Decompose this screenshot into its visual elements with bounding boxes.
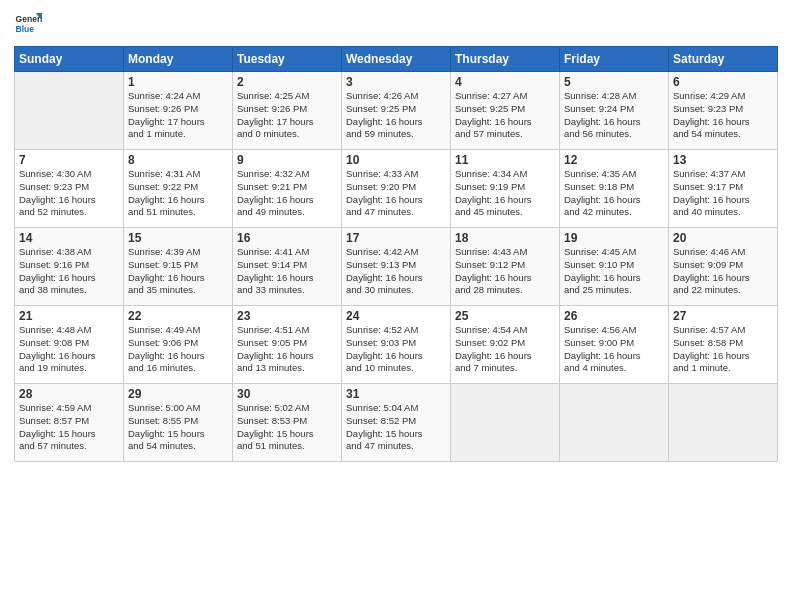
day-info: Sunrise: 4:51 AMSunset: 9:05 PMDaylight:…: [237, 324, 337, 375]
calendar-cell: 1Sunrise: 4:24 AMSunset: 9:26 PMDaylight…: [124, 72, 233, 150]
day-info: Sunrise: 4:31 AMSunset: 9:22 PMDaylight:…: [128, 168, 228, 219]
day-number: 26: [564, 309, 664, 323]
calendar-table: SundayMondayTuesdayWednesdayThursdayFrid…: [14, 46, 778, 462]
calendar-cell: 27Sunrise: 4:57 AMSunset: 8:58 PMDayligh…: [669, 306, 778, 384]
day-number: 6: [673, 75, 773, 89]
calendar-cell: 20Sunrise: 4:46 AMSunset: 9:09 PMDayligh…: [669, 228, 778, 306]
calendar-page: General Blue SundayMondayTuesdayWednesda…: [0, 0, 792, 612]
day-number: 2: [237, 75, 337, 89]
calendar-cell: 9Sunrise: 4:32 AMSunset: 9:21 PMDaylight…: [233, 150, 342, 228]
day-info: Sunrise: 5:04 AMSunset: 8:52 PMDaylight:…: [346, 402, 446, 453]
day-number: 20: [673, 231, 773, 245]
day-number: 9: [237, 153, 337, 167]
calendar-cell: 12Sunrise: 4:35 AMSunset: 9:18 PMDayligh…: [560, 150, 669, 228]
day-number: 13: [673, 153, 773, 167]
day-info: Sunrise: 5:00 AMSunset: 8:55 PMDaylight:…: [128, 402, 228, 453]
day-info: Sunrise: 4:32 AMSunset: 9:21 PMDaylight:…: [237, 168, 337, 219]
calendar-cell: 21Sunrise: 4:48 AMSunset: 9:08 PMDayligh…: [15, 306, 124, 384]
day-number: 4: [455, 75, 555, 89]
calendar-cell: [669, 384, 778, 462]
weekday-header-sunday: Sunday: [15, 47, 124, 72]
day-info: Sunrise: 4:57 AMSunset: 8:58 PMDaylight:…: [673, 324, 773, 375]
weekday-header-monday: Monday: [124, 47, 233, 72]
day-number: 3: [346, 75, 446, 89]
weekday-header-friday: Friday: [560, 47, 669, 72]
svg-text:Blue: Blue: [16, 24, 35, 34]
day-info: Sunrise: 4:43 AMSunset: 9:12 PMDaylight:…: [455, 246, 555, 297]
day-info: Sunrise: 4:27 AMSunset: 9:25 PMDaylight:…: [455, 90, 555, 141]
calendar-cell: 13Sunrise: 4:37 AMSunset: 9:17 PMDayligh…: [669, 150, 778, 228]
calendar-cell: 31Sunrise: 5:04 AMSunset: 8:52 PMDayligh…: [342, 384, 451, 462]
week-row-5: 28Sunrise: 4:59 AMSunset: 8:57 PMDayligh…: [15, 384, 778, 462]
calendar-cell: 26Sunrise: 4:56 AMSunset: 9:00 PMDayligh…: [560, 306, 669, 384]
day-info: Sunrise: 4:59 AMSunset: 8:57 PMDaylight:…: [19, 402, 119, 453]
day-info: Sunrise: 4:29 AMSunset: 9:23 PMDaylight:…: [673, 90, 773, 141]
calendar-cell: 16Sunrise: 4:41 AMSunset: 9:14 PMDayligh…: [233, 228, 342, 306]
calendar-cell: 2Sunrise: 4:25 AMSunset: 9:26 PMDaylight…: [233, 72, 342, 150]
calendar-cell: [15, 72, 124, 150]
weekday-header-thursday: Thursday: [451, 47, 560, 72]
calendar-cell: 5Sunrise: 4:28 AMSunset: 9:24 PMDaylight…: [560, 72, 669, 150]
day-info: Sunrise: 4:52 AMSunset: 9:03 PMDaylight:…: [346, 324, 446, 375]
day-info: Sunrise: 4:35 AMSunset: 9:18 PMDaylight:…: [564, 168, 664, 219]
day-info: Sunrise: 4:38 AMSunset: 9:16 PMDaylight:…: [19, 246, 119, 297]
day-info: Sunrise: 4:33 AMSunset: 9:20 PMDaylight:…: [346, 168, 446, 219]
calendar-cell: 15Sunrise: 4:39 AMSunset: 9:15 PMDayligh…: [124, 228, 233, 306]
day-info: Sunrise: 4:25 AMSunset: 9:26 PMDaylight:…: [237, 90, 337, 141]
day-number: 16: [237, 231, 337, 245]
logo: General Blue: [14, 10, 44, 38]
day-info: Sunrise: 4:24 AMSunset: 9:26 PMDaylight:…: [128, 90, 228, 141]
calendar-cell: 19Sunrise: 4:45 AMSunset: 9:10 PMDayligh…: [560, 228, 669, 306]
day-info: Sunrise: 4:34 AMSunset: 9:19 PMDaylight:…: [455, 168, 555, 219]
header: General Blue: [14, 10, 778, 38]
day-number: 24: [346, 309, 446, 323]
calendar-cell: 29Sunrise: 5:00 AMSunset: 8:55 PMDayligh…: [124, 384, 233, 462]
day-number: 14: [19, 231, 119, 245]
day-number: 27: [673, 309, 773, 323]
day-number: 21: [19, 309, 119, 323]
day-number: 30: [237, 387, 337, 401]
day-info: Sunrise: 4:30 AMSunset: 9:23 PMDaylight:…: [19, 168, 119, 219]
calendar-cell: 8Sunrise: 4:31 AMSunset: 9:22 PMDaylight…: [124, 150, 233, 228]
day-number: 25: [455, 309, 555, 323]
calendar-cell: 23Sunrise: 4:51 AMSunset: 9:05 PMDayligh…: [233, 306, 342, 384]
calendar-cell: 11Sunrise: 4:34 AMSunset: 9:19 PMDayligh…: [451, 150, 560, 228]
day-number: 15: [128, 231, 228, 245]
day-info: Sunrise: 4:54 AMSunset: 9:02 PMDaylight:…: [455, 324, 555, 375]
day-info: Sunrise: 4:37 AMSunset: 9:17 PMDaylight:…: [673, 168, 773, 219]
day-number: 18: [455, 231, 555, 245]
weekday-header-wednesday: Wednesday: [342, 47, 451, 72]
logo-icon: General Blue: [14, 10, 42, 38]
day-info: Sunrise: 4:41 AMSunset: 9:14 PMDaylight:…: [237, 246, 337, 297]
day-info: Sunrise: 4:45 AMSunset: 9:10 PMDaylight:…: [564, 246, 664, 297]
calendar-cell: 17Sunrise: 4:42 AMSunset: 9:13 PMDayligh…: [342, 228, 451, 306]
calendar-cell: 4Sunrise: 4:27 AMSunset: 9:25 PMDaylight…: [451, 72, 560, 150]
day-number: 11: [455, 153, 555, 167]
day-info: Sunrise: 5:02 AMSunset: 8:53 PMDaylight:…: [237, 402, 337, 453]
day-number: 29: [128, 387, 228, 401]
day-info: Sunrise: 4:48 AMSunset: 9:08 PMDaylight:…: [19, 324, 119, 375]
week-row-2: 7Sunrise: 4:30 AMSunset: 9:23 PMDaylight…: [15, 150, 778, 228]
calendar-cell: 25Sunrise: 4:54 AMSunset: 9:02 PMDayligh…: [451, 306, 560, 384]
week-row-1: 1Sunrise: 4:24 AMSunset: 9:26 PMDaylight…: [15, 72, 778, 150]
calendar-cell: 28Sunrise: 4:59 AMSunset: 8:57 PMDayligh…: [15, 384, 124, 462]
day-info: Sunrise: 4:56 AMSunset: 9:00 PMDaylight:…: [564, 324, 664, 375]
calendar-cell: 18Sunrise: 4:43 AMSunset: 9:12 PMDayligh…: [451, 228, 560, 306]
calendar-cell: 10Sunrise: 4:33 AMSunset: 9:20 PMDayligh…: [342, 150, 451, 228]
day-number: 31: [346, 387, 446, 401]
svg-text:General: General: [16, 14, 42, 24]
week-row-4: 21Sunrise: 4:48 AMSunset: 9:08 PMDayligh…: [15, 306, 778, 384]
day-number: 7: [19, 153, 119, 167]
day-info: Sunrise: 4:49 AMSunset: 9:06 PMDaylight:…: [128, 324, 228, 375]
calendar-cell: 3Sunrise: 4:26 AMSunset: 9:25 PMDaylight…: [342, 72, 451, 150]
calendar-cell: 30Sunrise: 5:02 AMSunset: 8:53 PMDayligh…: [233, 384, 342, 462]
day-info: Sunrise: 4:46 AMSunset: 9:09 PMDaylight:…: [673, 246, 773, 297]
day-number: 19: [564, 231, 664, 245]
day-info: Sunrise: 4:26 AMSunset: 9:25 PMDaylight:…: [346, 90, 446, 141]
day-info: Sunrise: 4:39 AMSunset: 9:15 PMDaylight:…: [128, 246, 228, 297]
weekday-header-saturday: Saturday: [669, 47, 778, 72]
day-number: 1: [128, 75, 228, 89]
day-number: 17: [346, 231, 446, 245]
calendar-cell: 24Sunrise: 4:52 AMSunset: 9:03 PMDayligh…: [342, 306, 451, 384]
calendar-cell: 22Sunrise: 4:49 AMSunset: 9:06 PMDayligh…: [124, 306, 233, 384]
